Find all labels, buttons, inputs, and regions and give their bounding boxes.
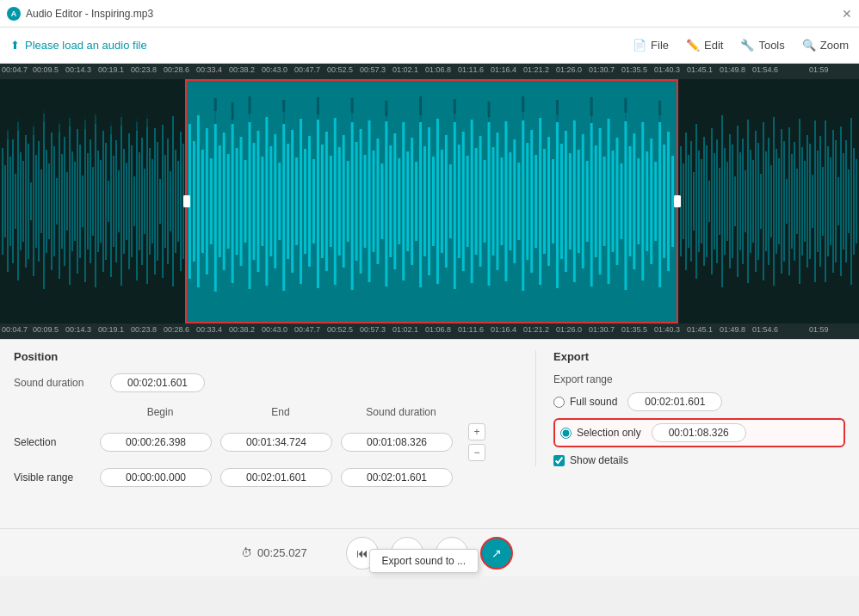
- svg-rect-58: [149, 148, 151, 255]
- selection-only-radio[interactable]: [560, 428, 572, 439]
- ruler-bottom-label-21: 01:45.1: [687, 325, 713, 334]
- svg-rect-62: [159, 179, 161, 224]
- transport-bar: ⏱ 00:25.027 ⏮ ⏸ ⏹ ↗ Export sound to ...: [0, 528, 859, 576]
- svg-rect-92: [219, 145, 221, 257]
- svg-rect-232: [724, 148, 726, 255]
- waveform-selected-svg: [187, 81, 677, 322]
- menu-zoom[interactable]: 🔍 Zoom: [802, 39, 849, 52]
- svg-rect-263: [804, 161, 806, 242]
- svg-rect-269: [819, 136, 821, 267]
- svg-rect-243: [752, 160, 754, 243]
- transport-time: ⏱ 00:25.027: [241, 546, 307, 559]
- export-button[interactable]: ↗: [480, 537, 513, 570]
- svg-rect-119: [334, 118, 337, 285]
- svg-rect-230: [719, 168, 720, 235]
- svg-rect-114: [312, 159, 315, 243]
- svg-rect-158: [500, 157, 503, 245]
- show-details-label[interactable]: Show details: [570, 454, 628, 466]
- svg-rect-25: [64, 137, 65, 266]
- ruler-bottom-label-17: 01:26.0: [556, 325, 582, 334]
- show-details-checkbox[interactable]: [553, 455, 565, 466]
- svg-rect-106: [278, 163, 281, 240]
- svg-rect-163: [522, 112, 524, 291]
- load-file-button[interactable]: ⬆ Please load an audio file: [10, 39, 147, 52]
- svg-rect-168: [543, 149, 546, 254]
- svg-rect-129: [376, 139, 379, 264]
- export-icon: ↗: [491, 546, 502, 560]
- ruler-bottom-label-13: 01:06.8: [425, 325, 451, 334]
- svg-rect-279: [845, 140, 847, 262]
- svg-rect-176: [578, 150, 580, 253]
- svg-rect-115: [317, 114, 319, 288]
- skip-back-icon: ⏮: [356, 546, 368, 560]
- handle-grip-right: [674, 195, 681, 207]
- svg-rect-23: [59, 124, 60, 279]
- svg-rect-154: [484, 160, 486, 243]
- svg-rect-222: [698, 151, 700, 252]
- ruler-label-4: 00:23.8: [131, 65, 157, 74]
- svg-rect-211: [590, 97, 593, 123]
- svg-rect-109: [291, 130, 294, 273]
- ruler-label-5: 00:28.6: [164, 65, 189, 74]
- svg-rect-34: [87, 153, 89, 249]
- svg-rect-185: [615, 138, 618, 265]
- svg-rect-52: [133, 176, 135, 226]
- svg-rect-184: [612, 151, 615, 252]
- svg-rect-150: [467, 156, 469, 247]
- svg-rect-37: [95, 115, 96, 287]
- svg-rect-199: [214, 98, 217, 124]
- zoom-controls: + −: [468, 423, 485, 461]
- svg-rect-73: [17, 118, 19, 131]
- close-button[interactable]: ✕: [842, 7, 852, 21]
- waveform-selected[interactable]: [185, 79, 678, 323]
- selection-only-text: Selection only: [577, 427, 641, 439]
- svg-rect-206: [419, 96, 422, 122]
- svg-rect-127: [368, 120, 371, 282]
- svg-rect-189: [633, 133, 635, 269]
- svg-rect-57: [146, 119, 148, 284]
- svg-rect-171: [556, 114, 559, 288]
- full-sound-radio[interactable]: [553, 397, 565, 408]
- sound-duration-label: Sound duration: [14, 377, 100, 389]
- selection-only-value: 00:01:08.326: [652, 423, 746, 442]
- selection-handle-left[interactable]: [183, 79, 190, 323]
- svg-rect-153: [479, 136, 482, 267]
- selection-handle-right[interactable]: [674, 79, 681, 323]
- svg-rect-121: [343, 135, 345, 268]
- svg-rect-6: [15, 174, 16, 229]
- svg-rect-197: [667, 132, 670, 271]
- ruler-bottom-label-0: 00:04.7: [2, 325, 28, 334]
- svg-rect-239: [742, 139, 744, 264]
- svg-rect-183: [608, 119, 610, 284]
- svg-rect-148: [458, 145, 460, 258]
- zoom-in-button[interactable]: +: [468, 423, 485, 440]
- ruler-label-8: 00:43.0: [262, 65, 287, 74]
- svg-rect-157: [496, 132, 498, 270]
- svg-rect-5: [12, 139, 14, 263]
- ruler-bottom-label-24: 01:59: [809, 325, 829, 334]
- ruler-label-12: 01:02.1: [392, 65, 418, 74]
- titlebar: A Audio Editor - Inspiring.mp3 ✕: [0, 0, 859, 28]
- svg-rect-191: [641, 122, 644, 280]
- waveform-display[interactable]: [0, 79, 859, 323]
- menu-edit[interactable]: ✏️ Edit: [686, 39, 723, 52]
- svg-rect-80: [110, 121, 112, 134]
- menu-file[interactable]: 📄 File: [633, 39, 669, 52]
- svg-rect-66: [170, 171, 171, 231]
- visible-range-begin: 00:00:00.000: [100, 468, 212, 487]
- menu-tools[interactable]: 🔧 Tools: [740, 39, 784, 52]
- position-title: Position: [14, 350, 518, 363]
- svg-rect-90: [210, 158, 213, 244]
- zoom-out-button[interactable]: −: [468, 444, 485, 461]
- title-left: A Audio Editor - Inspiring.mp3: [7, 7, 153, 21]
- svg-rect-226: [708, 181, 710, 222]
- svg-rect-224: [703, 137, 705, 266]
- selection-only-radio-label[interactable]: Selection only: [560, 427, 641, 439]
- svg-rect-202: [282, 100, 285, 124]
- svg-rect-247: [763, 122, 764, 280]
- svg-rect-38: [97, 151, 99, 252]
- full-sound-radio-label[interactable]: Full sound: [553, 396, 617, 408]
- svg-rect-120: [338, 147, 341, 256]
- svg-rect-19: [48, 163, 50, 239]
- svg-rect-260: [796, 169, 798, 234]
